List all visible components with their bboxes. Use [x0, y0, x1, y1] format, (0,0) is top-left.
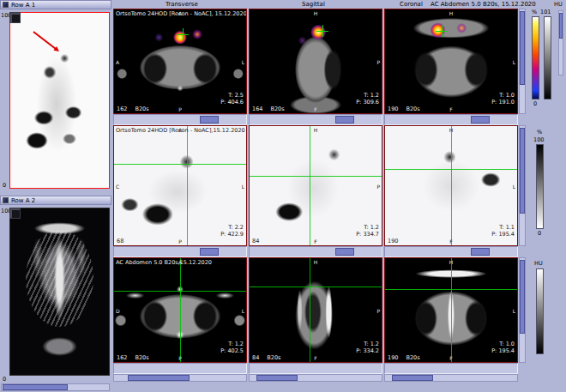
col3-horizontal-scrollbar[interactable]	[384, 374, 518, 382]
scrollbar-thumb[interactable]	[392, 375, 433, 381]
slider-thumb[interactable]	[471, 248, 490, 256]
thumbnail-button[interactable]	[9, 12, 21, 23]
orientation-top-label: H	[314, 10, 318, 16]
slice-info: 190B20s	[388, 354, 420, 361]
orientation-right-label: L	[242, 307, 244, 313]
slice-info: 84B20s	[252, 354, 280, 361]
crosshair-horizontal	[316, 31, 328, 32]
thumbnail-button[interactable]	[9, 208, 21, 219]
slice-info: 190	[388, 238, 398, 244]
percent-bar-label: %	[537, 129, 542, 136]
viewport-fused-coronal[interactable]: H F L T: 1.0P: 191.0 190B20s	[384, 9, 518, 114]
orientation-bottom-label: F	[314, 238, 316, 244]
window-level-slider[interactable]: HU(B:-75,T:175)	[384, 363, 518, 374]
scrollbar-thumb[interactable]	[559, 13, 563, 39]
window-level-slider[interactable]: (B:0%,T:100%)	[384, 246, 518, 257]
orientation-right-label: L	[513, 183, 515, 189]
orientation-bottom-label: F	[449, 355, 452, 361]
viewport-ct-sagittal[interactable]: H F P T: 1.2P: 334.2 84B20s	[249, 257, 382, 363]
panel-title-label: Row A 2	[11, 197, 35, 204]
scrollbar-thumb[interactable]	[3, 384, 68, 390]
slider-thumb[interactable]	[200, 248, 219, 256]
nm-gray-bar[interactable]	[536, 144, 544, 229]
viewport-fused-transverse[interactable]: OrtsoTomo 24HOD [Recon - NoAC], 15.12.20…	[113, 9, 247, 114]
cursor-values: T: 1.1P: 195.4	[491, 224, 515, 238]
arrow-annotation-icon	[30, 28, 68, 61]
viewport-ct-transverse[interactable]: AC Abdomen 5.0 B20s,15.12.2020 A P L D T…	[113, 257, 247, 363]
window-level-slider[interactable]: 1: (B:0%,T:101%) 2: HU(B:-400,T:1000)	[249, 114, 382, 125]
panel2-horizontal-scrollbar[interactable]	[1, 383, 110, 391]
percent-bar-max: 101	[540, 9, 551, 15]
col2-horizontal-scrollbar[interactable]	[249, 374, 382, 382]
scrollbar-thumb[interactable]	[128, 375, 190, 381]
window-level-slider[interactable]: 1: (B:0%,T:101%) 2: HU(B:-400,T:1000)	[113, 114, 247, 125]
series-title-overlay: AC Abdomen 5.0 B20s,15.12.2020	[116, 259, 212, 266]
scrollbar-thumb[interactable]	[520, 128, 525, 214]
row1-vertical-scrollbar[interactable]	[519, 9, 526, 114]
cursor-values: T: 1.2P: 334.2	[356, 341, 379, 354]
nm-workstation-window: Row A 1 100 0 Row A 2 100 0 Transverse S…	[0, 0, 566, 392]
fused-hu-gray-bar[interactable]	[544, 16, 551, 100]
orientation-top-label: H	[314, 259, 318, 265]
viewport-nm-transverse[interactable]: OrtsoTomo 24HOD [Recon - NoAC],15.12.202…	[113, 125, 247, 246]
scrollbar-thumb[interactable]	[520, 11, 525, 85]
row3-vertical-scrollbar[interactable]	[519, 257, 526, 363]
viewport-nm-coronal[interactable]: H F L T: 1.1P: 195.4 190	[384, 125, 518, 246]
orientation-bottom-label: P	[178, 106, 182, 112]
hu-bar-label: HU	[534, 260, 543, 267]
cursor-values: T: 1.2P: 402.5	[220, 341, 244, 354]
orientation-top-label: A	[178, 10, 182, 16]
slider-thumb[interactable]	[200, 116, 219, 124]
hu-bar-label: HU	[554, 1, 563, 8]
slice-info: 162B20s	[117, 354, 149, 361]
orientation-right-label: L	[513, 58, 515, 64]
crosshair-horizontal	[114, 291, 246, 292]
crosshair-horizontal	[114, 164, 246, 165]
window-level-slider[interactable]: (B:0%,T:100%)	[249, 246, 382, 257]
slider-thumb[interactable]	[335, 248, 354, 256]
viewport-fused-sagittal[interactable]: H F P T: 1.2P: 309.6 164B20s	[249, 9, 382, 114]
orientation-bottom-label: F	[314, 106, 316, 112]
row2-vertical-scrollbar[interactable]	[519, 125, 526, 246]
orientation-bottom-label: P	[178, 238, 182, 244]
crosshair-vertical	[310, 258, 310, 362]
cursor-values: T: 1.2P: 309.6	[356, 92, 379, 106]
orientation-right-label: L	[513, 307, 515, 313]
col1-horizontal-scrollbar[interactable]	[113, 374, 247, 382]
panel-row-a2-titlebar[interactable]: Row A 2	[0, 196, 111, 205]
crosshair-horizontal	[177, 34, 189, 35]
fused-color-lut-bar[interactable]	[532, 16, 539, 100]
slice-info: 190B20s	[388, 106, 420, 112]
window-level-slider[interactable]: 1: (B:0%,T:101%) 2: HU(B:-400,T:1000)	[384, 114, 518, 125]
orientation-right-label: P	[376, 58, 380, 64]
slider-thumb[interactable]	[335, 116, 354, 124]
crosshair-vertical	[451, 258, 452, 362]
ct-hu-gray-bar[interactable]	[536, 268, 544, 354]
window-level-slider[interactable]: HU(B:-75,T:175)	[113, 363, 247, 374]
orientation-top-label: H	[449, 10, 454, 16]
viewport-nm-sagittal[interactable]: H F P T: 1.2P: 334.7 84	[249, 125, 382, 246]
viewport-ct-mip[interactable]	[9, 208, 110, 376]
slice-info: 68	[117, 238, 123, 244]
scrollbar-thumb[interactable]	[256, 375, 298, 381]
series-description: AC Abdomen 5.0 B20s, 15.12.2020	[431, 1, 536, 8]
orientation-right-label: L	[242, 183, 244, 189]
slider-thumb[interactable]	[471, 116, 490, 124]
viewport-ct-coronal[interactable]: H F L T: 1.0P: 195.4 190B20s	[384, 257, 518, 363]
crosshair-vertical	[310, 126, 310, 245]
cursor-values: T: 2.5P: 404.6	[220, 92, 244, 106]
row-label: C	[116, 183, 119, 189]
window-level-slider[interactable]: HU(B:-75,T:175)	[249, 363, 382, 374]
orientation-top-label: H	[314, 127, 318, 133]
column-header-sagittal: Sagittal	[302, 1, 325, 8]
percent-bar-min: 0	[533, 100, 537, 107]
panel-row-a1-titlebar[interactable]: Row A 1	[0, 0, 111, 9]
lut-vertical-scrollbar[interactable]	[558, 10, 563, 75]
scrollbar-thumb[interactable]	[520, 260, 525, 334]
orientation-right-label: P	[376, 183, 380, 189]
cursor-values: T: 1.0P: 191.0	[491, 92, 515, 106]
viewport-planar-scintigram[interactable]	[9, 12, 110, 189]
window-level-slider[interactable]: (B:0%,T:100%)	[113, 246, 247, 257]
crosshair-horizontal	[436, 31, 448, 32]
orientation-right-label: P	[376, 307, 380, 313]
